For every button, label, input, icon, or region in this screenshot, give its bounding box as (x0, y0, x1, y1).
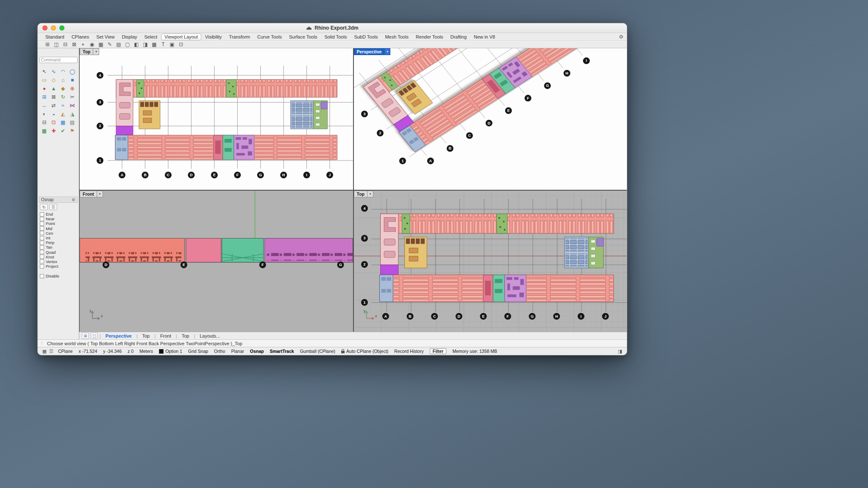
menu-new-in-v8[interactable]: New in V8 (470, 33, 498, 40)
panel-toggle-icon[interactable]: ◨ (617, 349, 623, 354)
point-checkbox[interactable] (40, 222, 44, 226)
tool-icon-26[interactable]: ⊡ (49, 118, 58, 127)
osnap-gear-icon[interactable]: ⚙ (72, 197, 75, 202)
tool-icon-19[interactable]: ≈ (58, 101, 68, 110)
viewport-perspective-title[interactable]: Perspective (354, 48, 385, 55)
knot-checkbox[interactable] (40, 255, 44, 259)
menu-select[interactable]: Select (141, 33, 161, 40)
quad-checkbox[interactable] (40, 250, 44, 254)
status-record-history[interactable]: Record History (394, 349, 423, 354)
int-checkbox[interactable] (40, 236, 44, 240)
zoom-target-icon[interactable]: ⌖ (79, 41, 87, 47)
tabs-single-icon[interactable]: ▢ (91, 333, 98, 339)
menu-curve-tools[interactable]: Curve Tools (254, 33, 285, 40)
viewport-top[interactable]: ABCDEFGHIJ1234 Top ▾ (80, 48, 353, 190)
menu-subd-tools[interactable]: SubD Tools (351, 33, 381, 40)
menu-visibility[interactable]: Visibility (202, 33, 225, 40)
status-cplane[interactable]: CPlane (58, 349, 72, 354)
viewport-top-detail[interactable]: ABCDEFGHIJ1234 y x Top ▾ (354, 191, 627, 332)
top-plan-canvas[interactable]: ABCDEFGHIJ1234 (80, 48, 353, 190)
tool-icon-9[interactable]: ● (40, 84, 49, 93)
viewport-top-detail-title[interactable]: Top (354, 191, 367, 197)
grid-options-icon[interactable]: ▦ (97, 41, 105, 47)
viewport-front-dropdown-icon[interactable]: ▾ (97, 191, 103, 197)
close-button[interactable] (42, 25, 47, 30)
menu-surface-tools[interactable]: Surface Tools (286, 33, 320, 40)
disable-checkbox[interactable] (40, 274, 44, 278)
display-mode-icon[interactable]: ◉ (88, 41, 96, 47)
viewport-top-dropdown-icon[interactable]: ▾ (93, 48, 99, 55)
tool-icon-25[interactable]: ⊟ (40, 118, 49, 127)
tool-icon-4[interactable]: ◯ (68, 67, 77, 76)
panel-left-icon[interactable]: ◧ (133, 41, 140, 47)
viewport-top-title[interactable]: Top (80, 48, 93, 55)
tabs-grid-icon[interactable]: ⊞ (82, 333, 89, 339)
tool-icon-14[interactable]: ⊠ (49, 93, 58, 101)
viewport-split-v-icon[interactable]: ⊠ (70, 41, 78, 47)
menu-transform[interactable]: Transform (225, 33, 253, 40)
viewport-perspective[interactable]: ABCDEFGHI123 Perspective ▾ (354, 48, 627, 190)
tool-icon-13[interactable]: ⊞ (40, 93, 49, 101)
tool-icon-10[interactable]: ▲ (49, 84, 58, 93)
tool-icon-8[interactable]: ■ (68, 76, 77, 84)
tool-icon-16[interactable]: ✂ (68, 93, 77, 101)
tool-icon-22[interactable]: ◒ (49, 110, 58, 118)
camera-icon[interactable]: ⊡ (177, 41, 185, 47)
tool-icon-30[interactable]: ✚ (49, 127, 58, 135)
layer-color-swatch[interactable] (159, 349, 164, 354)
tab-front[interactable]: Front (157, 333, 174, 338)
menu-viewport-layout[interactable]: Viewport Layout (161, 33, 201, 40)
status-planar[interactable]: Planar (231, 349, 244, 354)
tool-icon-1[interactable]: ↖ (40, 67, 49, 76)
tool-icon-6[interactable]: ◇ (49, 76, 58, 84)
tool-icon-21[interactable]: ◐ (40, 110, 49, 118)
tool-icon-18[interactable]: ⇄ (49, 101, 58, 110)
menu-display[interactable]: Display (118, 33, 140, 40)
command-prompt-icon[interactable]: ⋮ (39, 341, 45, 346)
panel-right-icon[interactable]: ◨ (142, 41, 149, 47)
edit-layers-icon[interactable]: ☰ (48, 349, 55, 354)
tab-perspective[interactable]: Perspective (103, 333, 135, 338)
cen-checkbox[interactable] (40, 231, 44, 235)
status-auto-cplane-object[interactable]: Auto CPlane (Object) (341, 349, 388, 354)
menu-mesh-tools[interactable]: Mesh Tools (381, 33, 412, 40)
tool-icon-29[interactable]: ▩ (40, 127, 49, 135)
text-tool-icon[interactable]: T (159, 41, 167, 47)
layers-icon[interactable]: ▤ (115, 41, 122, 47)
layer-state-icon[interactable]: ▦ (41, 349, 48, 354)
menu-render-tools[interactable]: Render Tools (412, 33, 447, 40)
annotate-icon[interactable]: ✎ (106, 41, 114, 47)
titlebar[interactable]: Rhino Export.3dm (38, 23, 627, 33)
print-icon[interactable]: ▩ (150, 41, 158, 47)
vertex-checkbox[interactable] (40, 259, 44, 263)
new-document-icon[interactable]: ▢ (124, 41, 131, 47)
top-detail-canvas[interactable]: ABCDEFGHIJ1234 y x (354, 191, 627, 332)
near-checkbox[interactable] (40, 217, 44, 221)
status-osnap[interactable]: Osnap (250, 349, 264, 354)
tab-top[interactable]: Top (139, 333, 153, 338)
tool-icon-31[interactable]: ✔ (58, 127, 68, 135)
menu-cplanes[interactable]: CPlanes (68, 33, 93, 40)
menu-drafting[interactable]: Drafting (447, 33, 470, 40)
tool-icon-24[interactable]: ◮ (68, 110, 77, 118)
tool-icon-15[interactable]: ↻ (58, 93, 68, 101)
menu-solid-tools[interactable]: Solid Tools (321, 33, 350, 40)
tool-icon-23[interactable]: ◭ (58, 110, 68, 118)
tab-layouts[interactable]: Layouts... (197, 333, 223, 338)
tool-icon-5[interactable]: ▭ (40, 76, 49, 84)
mid-checkbox[interactable] (40, 226, 44, 230)
properties-icon[interactable]: ▣ (168, 41, 176, 47)
viewport-split-h-icon[interactable]: ⊟ (61, 41, 69, 47)
viewport-front-title[interactable]: Front (80, 191, 97, 197)
palette-drag-handle[interactable]: · · · ·· · · · (52, 50, 64, 55)
status-gumball-cplane[interactable]: Gumball (CPlane) (300, 349, 335, 354)
viewport-perspective-dropdown-icon[interactable]: ▾ (384, 48, 390, 55)
menu-standard[interactable]: Standard (42, 33, 68, 40)
tab-top[interactable]: Top (179, 333, 192, 338)
viewport-single-icon[interactable]: ◫ (53, 41, 60, 47)
status-meters[interactable]: Meters (139, 349, 153, 354)
command-input[interactable] (39, 57, 78, 63)
front-canvas[interactable]: DEFG z x (80, 191, 353, 332)
status-grid-snap[interactable]: Grid Snap (188, 349, 208, 354)
status-filter[interactable]: Filter (430, 348, 447, 354)
